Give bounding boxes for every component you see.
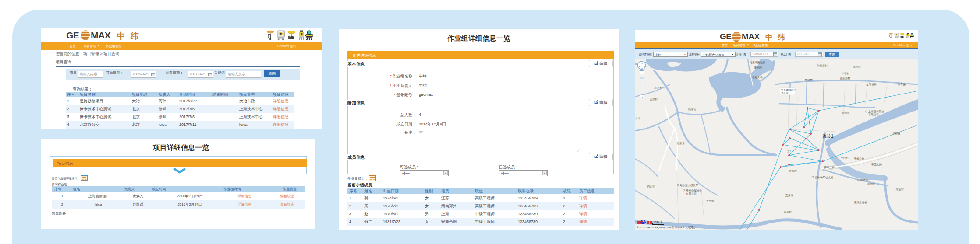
svg-text:强新港桥: 强新港桥 [840, 77, 850, 80]
svg-text:加斜厦村: 加斜厦村 [817, 64, 828, 67]
svg-text:最东新力模具厂: 最东新力模具厂 [680, 184, 698, 187]
svg-text:明教寺: 明教寺 [860, 179, 868, 182]
svg-text:尚家湾附近桥: 尚家湾附近桥 [750, 61, 765, 64]
svg-text:有限公司: 有限公司 [686, 192, 697, 195]
svg-text:吕巷路: 吕巷路 [892, 132, 900, 135]
svg-text:美丽华屋纸业: 美丽华屋纸业 [686, 189, 702, 192]
svg-text:亭卫公路: 亭卫公路 [871, 163, 882, 166]
svg-text:连亭路: 连亭路 [754, 66, 762, 69]
svg-text:亭西村: 亭西村 [841, 156, 849, 160]
svg-text:卫生室: 卫生室 [781, 92, 789, 94]
svg-text:金星村: 金星村 [649, 98, 658, 101]
svg-text:梅树桥: 梅树桥 [804, 79, 813, 82]
svg-text:叶榭镇欢庄: 叶榭镇欢庄 [784, 89, 796, 91]
svg-text:西唐村: 西唐村 [784, 210, 792, 214]
svg-text:水利村: 水利村 [853, 66, 861, 69]
svg-text:顾家宅: 顾家宅 [688, 108, 696, 111]
svg-text:西陈砖厂幼儿园: 西陈砖厂幼儿园 [815, 176, 833, 179]
svg-text:明星村: 明星村 [867, 183, 875, 186]
svg-text:大坪: 大坪 [635, 117, 640, 120]
svg-text:鸭头坝: 鸭头坝 [647, 185, 655, 188]
svg-text:东方村: 东方村 [706, 199, 714, 203]
svg-text:王家埭: 王家埭 [785, 194, 793, 197]
svg-text:亚湖江海桥: 亚湖江海桥 [854, 201, 867, 204]
svg-text:香花大桥: 香花大桥 [752, 76, 763, 79]
svg-text:体育路: 体育路 [898, 83, 906, 86]
svg-text:陈邑村: 陈邑村 [896, 188, 904, 191]
svg-text:亭枫公路: 亭枫公路 [854, 157, 864, 160]
svg-text:有限公司: 有限公司 [868, 113, 879, 116]
svg-text:叶春村: 叶春村 [842, 72, 849, 75]
svg-text:水厂: 水厂 [787, 150, 792, 153]
svg-text:将军江桥: 将军江桥 [824, 166, 835, 169]
svg-text:上海思学院校: 上海思学院校 [868, 110, 884, 113]
svg-text:陈湖塘: 陈湖塘 [842, 111, 849, 115]
svg-text:贺家库: 贺家库 [677, 142, 685, 145]
svg-text:联农村: 联农村 [789, 169, 797, 173]
svg-text:小北王: 小北王 [654, 86, 662, 90]
svg-text:走马塘桥: 走马塘桥 [866, 83, 877, 86]
svg-text:轨迹1: 轨迹1 [822, 134, 834, 139]
